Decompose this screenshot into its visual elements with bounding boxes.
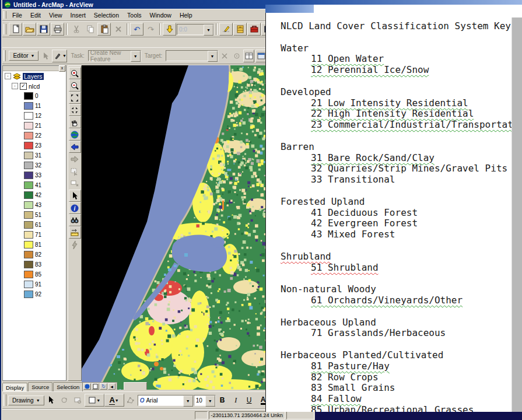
legend-item-71[interactable]: 71 — [3, 230, 66, 240]
task-combo[interactable]: Create New Feature▼ — [88, 50, 141, 61]
toolbar-grip[interactable] — [3, 11, 6, 19]
collapse-icon[interactable]: - — [5, 73, 11, 79]
edit-tool-icon[interactable] — [40, 50, 51, 62]
legend-item-81[interactable]: 81 — [3, 240, 66, 250]
forward-extent-icon[interactable] — [69, 153, 81, 165]
attributes-icon[interactable] — [243, 50, 254, 62]
toc-header[interactable]: x — [3, 66, 66, 71]
legend-item-61[interactable]: 61 — [3, 220, 66, 230]
save-icon[interactable] — [37, 23, 50, 36]
fixed-zoom-out-icon[interactable] — [69, 104, 81, 116]
open-icon[interactable] — [23, 23, 36, 36]
edit-vertices-icon[interactable] — [124, 394, 138, 407]
arccatalog-icon[interactable] — [233, 23, 247, 36]
menu-edit[interactable]: Edit — [26, 10, 45, 20]
menu-help[interactable]: Help — [176, 10, 197, 20]
legend-item-21[interactable]: 21 — [3, 121, 66, 131]
editor-toolbar-icon[interactable] — [219, 23, 233, 36]
back-extent-icon[interactable] — [69, 141, 81, 153]
print-icon[interactable] — [51, 23, 64, 36]
tab-display[interactable]: Display — [2, 383, 27, 392]
legend-item-51[interactable]: 51 — [3, 210, 66, 220]
collapse-icon[interactable]: - — [12, 83, 18, 89]
data-view-icon[interactable] — [83, 383, 91, 390]
identify-icon[interactable]: i — [69, 202, 81, 214]
find-icon[interactable] — [69, 214, 81, 226]
map-scale-combo[interactable]: 0:0▼ — [177, 24, 214, 35]
editor-menu[interactable]: Editor▼ — [9, 51, 38, 61]
layer-visibility-checkbox[interactable]: ✓ — [20, 83, 27, 90]
classification-key-document[interactable]: NLCD Land Cover Classification System Ke… — [265, 5, 522, 412]
document-scrollbar[interactable] — [512, 18, 522, 412]
toolbar-grip[interactable] — [3, 50, 6, 61]
layout-view-icon[interactable] — [92, 383, 99, 390]
legend-item-92[interactable]: 92 — [3, 289, 66, 299]
rotate-element-icon[interactable] — [58, 394, 71, 407]
close-icon[interactable]: x — [59, 65, 65, 72]
font-size-combo[interactable]: 10▼ — [194, 395, 216, 406]
legend-item-43[interactable]: 43 — [3, 200, 66, 210]
menu-view[interactable]: View — [45, 10, 66, 20]
dropdown-arrow-icon[interactable]: ▼ — [208, 51, 218, 62]
toc-root-row[interactable]: - Layers — [3, 71, 66, 81]
add-data-icon[interactable] — [163, 23, 176, 36]
legend-item-11[interactable]: 11 — [3, 101, 66, 111]
dropdown-arrow-icon[interactable]: ▼ — [183, 396, 193, 407]
tab-selection[interactable]: Selection — [53, 382, 83, 391]
clear-selection-icon[interactable] — [69, 177, 81, 190]
tab-source[interactable]: Source — [28, 382, 52, 391]
underline-button[interactable]: U — [243, 394, 256, 407]
zoom-out-icon[interactable] — [69, 79, 81, 92]
sketch-tool-icon[interactable]: ▼ — [52, 50, 67, 62]
zoom-in-icon[interactable] — [69, 67, 81, 79]
legend-item-12[interactable]: 12 — [3, 111, 66, 121]
legend-item-82[interactable]: 82 — [3, 250, 66, 260]
legend-item-32[interactable]: 32 — [3, 160, 66, 170]
legend-item-42[interactable]: 42 — [3, 190, 66, 200]
legend-item-23[interactable]: 23 — [3, 141, 66, 150]
legend-item-85[interactable]: 85 — [3, 270, 66, 279]
legend-item-41[interactable]: 41 — [3, 180, 66, 190]
measure-icon[interactable] — [69, 226, 81, 239]
bold-button[interactable]: B — [216, 394, 229, 407]
menu-selection[interactable]: Selection — [90, 10, 123, 20]
full-extent-icon[interactable] — [69, 128, 81, 141]
legend-item-0[interactable]: 0 — [3, 91, 66, 101]
target-combo[interactable]: ▼ — [166, 50, 218, 61]
legend-item-22[interactable]: 22 — [3, 131, 66, 141]
dropdown-arrow-icon[interactable]: ▼ — [205, 396, 215, 407]
paste-icon[interactable] — [97, 23, 111, 36]
arctoolbox-icon[interactable] — [247, 23, 261, 36]
dropdown-arrow-icon[interactable]: ▼ — [131, 51, 141, 62]
toolbar-grip[interactable] — [3, 394, 6, 406]
legend-item-31[interactable]: 31 — [3, 150, 66, 160]
redo-icon[interactable]: ↷ — [144, 23, 157, 36]
hyperlink-icon[interactable] — [69, 239, 81, 251]
copy-icon[interactable] — [83, 23, 97, 36]
toc-layer-label[interactable]: nlcd — [29, 83, 40, 90]
new-shape-tool[interactable]: ▼ — [85, 394, 104, 407]
cut-icon[interactable] — [69, 23, 83, 36]
drawing-menu[interactable]: Drawing▼ — [8, 396, 44, 405]
delete-icon[interactable] — [111, 23, 125, 36]
dropdown-arrow-icon[interactable]: ▼ — [204, 24, 213, 36]
select-elements-icon[interactable] — [69, 190, 81, 202]
menu-window[interactable]: Window — [146, 10, 176, 20]
pause-drawing-icon[interactable]: ◀ — [108, 383, 115, 390]
toc-layer-row[interactable]: - ✓ nlcd — [3, 81, 66, 91]
map-horizontal-scrollbar[interactable] — [124, 382, 147, 390]
menu-tools[interactable]: Tools — [123, 10, 146, 20]
legend-item-91[interactable]: 91 — [3, 279, 66, 289]
refresh-view-icon[interactable]: ↻ — [100, 383, 107, 390]
legend-item-83[interactable]: 83 — [3, 260, 66, 270]
font-combo[interactable]: OArial▼ — [138, 395, 194, 406]
menu-file[interactable]: File — [8, 10, 26, 20]
select-features-icon[interactable] — [69, 165, 81, 177]
italic-button[interactable]: I — [229, 394, 243, 407]
pan-icon[interactable] — [69, 116, 81, 128]
toc-root-label[interactable]: Layers — [23, 73, 44, 80]
fixed-zoom-in-icon[interactable] — [69, 92, 81, 104]
rotate-tool-icon[interactable] — [231, 50, 242, 62]
menu-insert[interactable]: Insert — [66, 10, 90, 20]
map-view[interactable]: ↻ ◀ — [82, 65, 267, 390]
